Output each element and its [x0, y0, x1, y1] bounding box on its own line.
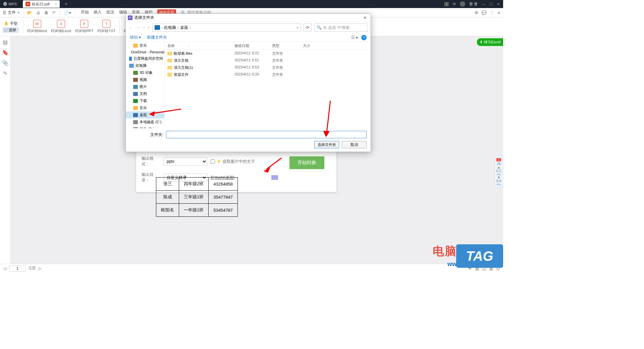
tree-item[interactable]: 此电脑	[126, 62, 164, 69]
hand-mode[interactable]: ✋手型	[3, 21, 19, 27]
doc-icon[interactable]: 📄▾	[63, 10, 72, 16]
organize-menu[interactable]: 组织 ▾	[130, 35, 141, 40]
convert-excel-badge[interactable]: ⬇ 转为Excel	[477, 38, 503, 46]
crumb-dropdown-icon[interactable]: ▾	[297, 26, 299, 29]
tree-item[interactable]: 图片	[126, 83, 164, 90]
start-convert-button[interactable]: 开始转换	[289, 156, 324, 169]
pdf-to-word[interactable]: WPDF转Word	[27, 20, 47, 34]
minimize-button[interactable]: —	[482, 2, 485, 6]
tree-item[interactable]: 视频	[126, 76, 164, 83]
forward-button[interactable]: →	[136, 25, 141, 30]
tree-item[interactable]: 百度网盘同步空间	[126, 55, 164, 62]
tree-item[interactable]: 音乐	[126, 42, 164, 49]
prev-page-button[interactable]: ◁	[3, 266, 6, 271]
maximize-button[interactable]: ☐	[489, 2, 493, 6]
folder-tree[interactable]: 音乐OneDrive - Personal百度网盘同步空间此电脑3D 对象视频图…	[126, 42, 165, 128]
tree-item[interactable]: 下载	[126, 97, 164, 104]
file-row[interactable]: 盼望着.files2023/4/11 9:22文件夹	[165, 50, 371, 57]
tree-item[interactable]: 软件 (D:)	[126, 126, 164, 128]
document-page: 张三四年级2班43264858 陈成三年级1班35477847 欧阳名一年级1班…	[156, 177, 238, 217]
down-icon: ▼	[497, 176, 500, 179]
bookmark-icon[interactable]: 🔖	[2, 49, 9, 56]
file-row[interactable]: 演示文稿2023/4/11 9:51文件夹	[165, 57, 371, 64]
dialog-title: 选择文件夹	[134, 15, 154, 20]
extract-checkbox[interactable]: ⚡ 提取图片中的文字	[211, 159, 255, 164]
disk-icon	[133, 120, 138, 124]
folder-icon	[167, 73, 172, 77]
dialog-search[interactable]: 🔍 在 桌面 中搜索	[314, 23, 368, 32]
recent-button[interactable]: ▾	[143, 26, 145, 29]
disk-icon	[133, 127, 138, 129]
select-mode[interactable]: ⬚选择	[3, 27, 19, 33]
tree-item[interactable]: 本地磁盘 (C:)	[126, 118, 164, 126]
format-select[interactable]: pptx	[164, 157, 207, 165]
widget-badge: 1	[496, 158, 501, 161]
pdf-to-ppt[interactable]: PPDF转PPT	[75, 20, 93, 34]
file-menu[interactable]: 文件	[8, 10, 16, 15]
gear-icon[interactable]: ⚙	[475, 10, 478, 15]
avatar[interactable]	[460, 1, 465, 7]
help-button[interactable]: ?	[361, 35, 367, 40]
folder-icon	[167, 59, 172, 62]
sync-icon[interactable]: ⟳	[453, 2, 456, 6]
view-button[interactable]: ☷ ▾	[351, 35, 358, 40]
pdf-to-excel[interactable]: XPDF转Excel	[51, 20, 71, 34]
new-folder-button[interactable]: 新建文件夹	[147, 35, 167, 40]
browse-button[interactable]: ···	[271, 175, 278, 180]
save-icon[interactable]: 🖨	[35, 10, 42, 16]
document-tab[interactable]: P 姓名22.pdf ×	[23, 0, 60, 8]
obj3d-icon	[133, 71, 138, 75]
close-button[interactable]: ✕	[497, 2, 500, 6]
col-size: 大小	[300, 42, 327, 50]
file-row[interactable]: 资源文件2023/4/11 9:20文件夹	[165, 71, 371, 78]
close-icon[interactable]: ×	[55, 2, 57, 6]
pdf-to-txt[interactable]: TPDF转TXT	[97, 20, 115, 34]
tab-title: 姓名22.pdf	[32, 2, 50, 7]
table-row: 张三四年级2班43264858	[156, 178, 238, 191]
column-headers[interactable]: 名称^ 修改日期 类型 大小	[165, 42, 371, 50]
ppt-icon: P	[80, 20, 88, 28]
file-list: 名称^ 修改日期 类型 大小 盼望着.files2023/4/11 9:22文件…	[165, 42, 371, 128]
thumbnail-icon[interactable]: ▤	[3, 39, 8, 45]
tree-item[interactable]: 桌面	[126, 111, 164, 118]
up-button[interactable]: ↑	[148, 25, 150, 30]
page-input[interactable]	[9, 265, 26, 271]
breadcrumb[interactable]: › 此电脑 › 桌面 › ▾	[152, 23, 301, 32]
new-tab-button[interactable]: ＋	[64, 1, 68, 7]
attachment-icon[interactable]: 📎	[2, 60, 9, 66]
tab-insert[interactable]: 插入	[94, 9, 102, 16]
undo-icon[interactable]: ↶	[51, 10, 57, 16]
network-widget[interactable]: 1 74 ▲ 0.2 K/s ▼ 0.0 K/s	[494, 156, 503, 188]
dialog-nav: ← → ▾ ↑ › 此电脑 › 桌面 › ▾ ⟳ 🔍 在 桌面 中搜索	[126, 22, 371, 33]
back-button[interactable]: ←	[128, 25, 133, 30]
select-folder-button[interactable]: 选择文件夹	[314, 141, 339, 148]
tab-start[interactable]: 开始	[81, 9, 89, 16]
collapse-icon[interactable]: ∧	[497, 10, 500, 15]
open-icon[interactable]: 📂	[26, 10, 34, 16]
dialog-close-button[interactable]: ✕	[361, 15, 369, 20]
refresh-button[interactable]: ⟳	[304, 23, 312, 32]
music-icon	[133, 106, 138, 110]
folder-icon	[167, 52, 172, 55]
hamburger-icon[interactable]: ☰	[3, 10, 6, 15]
notification-badge[interactable]: 1	[444, 2, 449, 6]
tree-item[interactable]: 3D 对象	[126, 69, 164, 76]
tab-comment[interactable]: 批注	[106, 9, 114, 16]
window-controls: 1 ⟳ 曹 曹 — ☐ ✕	[444, 1, 503, 7]
chat-icon[interactable]: 💬	[482, 10, 487, 15]
tree-item[interactable]: 音乐	[126, 104, 164, 111]
folder-input[interactable]	[166, 131, 367, 138]
file-row[interactable]: 演示文稿(1)2023/4/11 9:53文件夹	[165, 64, 371, 71]
folder-input-label: 文件夹:	[130, 132, 163, 138]
extract-input[interactable]	[211, 159, 215, 164]
baidu-icon	[129, 57, 132, 61]
print-icon[interactable]: 🖶	[43, 10, 50, 16]
signature-icon[interactable]: ✎	[3, 70, 7, 77]
dialog-titlebar: P 选择文件夹 ✕	[126, 14, 371, 22]
tree-item[interactable]: OneDrive - Personal	[126, 49, 164, 55]
next-page-button[interactable]: ▷	[39, 266, 42, 271]
cancel-button[interactable]: 取消	[342, 141, 367, 148]
statusbar: ◁ /1页 ▷ 👁 ▤ ◫ ▥ ⊡	[0, 264, 503, 272]
tree-item[interactable]: 文档	[126, 90, 164, 97]
more-icon[interactable]: ⋮	[490, 10, 494, 15]
